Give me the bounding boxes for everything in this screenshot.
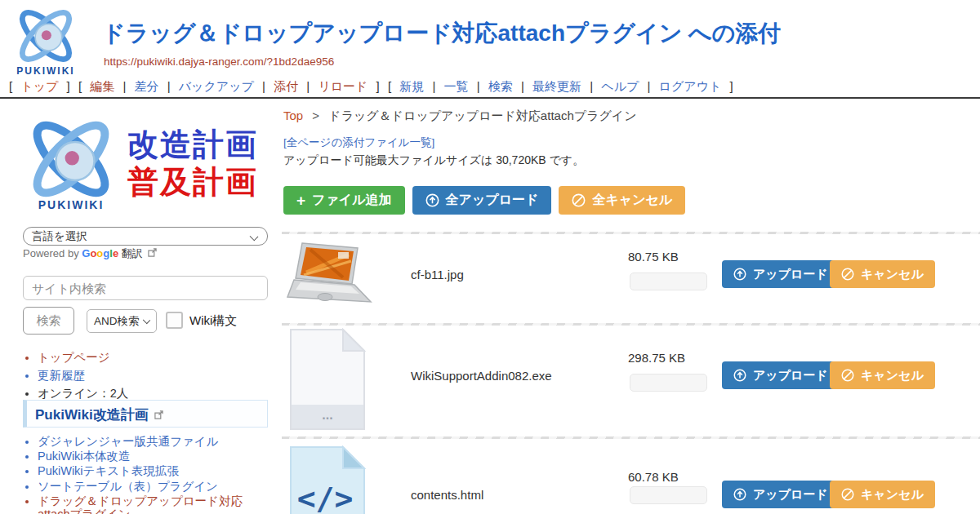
nav-link-list[interactable]: 一覧 bbox=[444, 79, 469, 93]
external-link-icon bbox=[154, 408, 163, 423]
nav-link-new[interactable]: 新規 bbox=[399, 79, 424, 93]
breadcrumb-separator: > bbox=[312, 109, 319, 122]
file-size: 298.75 KB bbox=[628, 351, 685, 365]
code-glyph: </> bbox=[297, 481, 354, 514]
pukiwiki-attach-page: PUKIWIKI ドラッグ＆ドロップアップロード対応attachプラグイン への… bbox=[0, 0, 980, 514]
nav-separator: | bbox=[306, 79, 310, 93]
atom-logo-icon bbox=[11, 7, 81, 65]
external-link-icon bbox=[148, 247, 157, 259]
file-name: contents.html bbox=[411, 488, 483, 502]
nav-link-help[interactable]: ヘルプ bbox=[601, 79, 639, 93]
search-mode-value: AND検索 bbox=[94, 315, 140, 327]
page-url-link[interactable]: https://pukiwiki.dajya-ranger.com/?1bd2d… bbox=[104, 55, 334, 68]
code-file-icon: </> bbox=[287, 445, 368, 514]
nav-bracket: [ bbox=[78, 79, 82, 93]
add-files-label: ファイル追加 bbox=[312, 192, 392, 209]
nav-link-edit[interactable]: 編集 bbox=[90, 79, 114, 93]
nav-link-recent[interactable]: 最終更新 bbox=[532, 79, 581, 93]
upload-circle-icon bbox=[733, 268, 746, 281]
nav-separator: | bbox=[262, 79, 265, 93]
language-select-value: 言語を選択 bbox=[32, 230, 87, 242]
row-divider bbox=[282, 436, 980, 439]
cancel-circle-icon bbox=[841, 268, 854, 281]
all-pages-attachments-link[interactable]: [全ページの添付ファイル一覧] bbox=[283, 135, 434, 150]
row-divider bbox=[282, 323, 980, 326]
search-mode-select[interactable]: AND検索 bbox=[87, 309, 157, 333]
breadcrumb: Top > ドラッグ＆ドロップアップロード対応attachプラグイン bbox=[283, 109, 637, 124]
cancel-file-button[interactable]: キャンセル bbox=[830, 481, 935, 508]
sidebar-logo[interactable]: PUKIWIKI 改造計画 普及計画 bbox=[15, 114, 274, 214]
chevron-down-icon bbox=[143, 317, 150, 324]
file-size: 80.75 KB bbox=[628, 250, 679, 264]
max-upload-size-text: アップロード可能最大ファイルサイズは 30,720KB です。 bbox=[283, 153, 584, 168]
pukiwiki-logo[interactable]: PUKIWIKI bbox=[7, 7, 85, 78]
sidebar-item-dnd-attach-plugin[interactable]: ドラッグ＆ドロップアップロード対応attachプラグイン bbox=[38, 494, 271, 514]
search-input[interactable] bbox=[23, 276, 268, 300]
dropzone-divider bbox=[282, 232, 980, 234]
sidebar-menu-links: ダジャレンジャー版共通ファイル PukiWiki本体改造 PukiWikiテキス… bbox=[24, 435, 271, 514]
breadcrumb-top-link[interactable]: Top bbox=[283, 109, 303, 122]
upload-label: アップロード bbox=[753, 267, 828, 282]
cancel-circle-icon bbox=[841, 488, 854, 501]
google-translate-credit[interactable]: Powered by Google 翻訳 bbox=[23, 246, 157, 261]
sidebar-item-common-files[interactable]: ダジャレンジャー版共通ファイル bbox=[38, 435, 271, 448]
page-title: ドラッグ＆ドロップアップロード対応attachプラグイン への添付 bbox=[102, 18, 781, 49]
nav-bracket: ] bbox=[730, 79, 733, 93]
nav-link-top[interactable]: トップ bbox=[20, 79, 58, 93]
sidebar-menu-heading[interactable]: PukiWiki改造計画 bbox=[23, 400, 268, 428]
sidebar-item-text-extension[interactable]: PukiWikiテキスト表現拡張 bbox=[38, 464, 271, 477]
pukiwiki-logo-text: PUKIWIKI bbox=[7, 65, 85, 77]
nav-link-attach[interactable]: 添付 bbox=[274, 79, 298, 93]
cancel-all-button[interactable]: 全キャンセル bbox=[559, 186, 685, 215]
upload-circle-icon bbox=[733, 488, 746, 501]
sidebar-item-sort-table-plugin[interactable]: ソートテーブル（表）プラグイン bbox=[38, 480, 271, 493]
cancel-file-button[interactable]: キャンセル bbox=[830, 260, 935, 288]
upload-file-button[interactable]: アップロード bbox=[722, 481, 840, 508]
upload-label: アップロード bbox=[753, 487, 828, 503]
upload-circle-icon bbox=[733, 369, 746, 382]
sidebar-item-update-history[interactable]: 更新履歴 bbox=[38, 368, 128, 383]
translate-label: 翻訳 bbox=[122, 247, 143, 259]
file-name: cf-b11.jpg bbox=[411, 268, 464, 281]
nav-separator: | bbox=[477, 79, 480, 93]
nav-bracket: [ bbox=[388, 79, 391, 93]
cancel-circle-icon bbox=[841, 369, 854, 382]
file-icon-dots: ... bbox=[322, 408, 332, 422]
upload-progress-bar bbox=[630, 486, 707, 504]
nav-separator: | bbox=[590, 79, 593, 93]
upload-circle-icon bbox=[425, 193, 439, 207]
breadcrumb-current-page: ドラッグ＆ドロップアップロード対応attachプラグイン bbox=[328, 109, 636, 122]
cancel-file-button[interactable]: キャンセル bbox=[830, 361, 935, 389]
upload-progress-bar bbox=[630, 273, 707, 290]
top-navigation: [ トップ ] [ 編集 | 差分 | バックアップ | 添付 | リロード ]… bbox=[7, 79, 736, 95]
upload-all-button[interactable]: 全アップロード bbox=[412, 186, 552, 215]
google-logo-letter: G bbox=[82, 247, 90, 259]
nav-link-search[interactable]: 検索 bbox=[488, 79, 513, 93]
nav-link-diff[interactable]: 差分 bbox=[135, 79, 159, 93]
upload-file-button[interactable]: アップロード bbox=[722, 260, 840, 288]
atom-logo-icon bbox=[19, 117, 123, 202]
chevron-down-icon bbox=[250, 233, 259, 241]
nav-link-backup[interactable]: バックアップ bbox=[179, 79, 254, 93]
upload-progress-bar bbox=[630, 374, 707, 392]
slogan-line-2: 普及計画 bbox=[127, 164, 274, 202]
sidebar-item-core-mod[interactable]: PukiWiki本体改造 bbox=[38, 450, 271, 463]
nav-link-logout[interactable]: ログアウト bbox=[659, 79, 722, 93]
nav-separator: | bbox=[432, 79, 435, 93]
nav-link-reload[interactable]: リロード bbox=[318, 79, 368, 93]
nav-bracket: ] bbox=[67, 79, 70, 93]
wiki-syntax-checkbox[interactable] bbox=[166, 312, 183, 329]
generic-file-icon: ... bbox=[287, 328, 368, 434]
nav-bracket: [ bbox=[9, 79, 12, 93]
cancel-all-label: 全キャンセル bbox=[592, 192, 672, 209]
sidebar-item-top-page[interactable]: トップページ bbox=[38, 350, 128, 366]
add-files-button[interactable]: + ファイル追加 bbox=[283, 186, 405, 215]
sidebar-quick-links: トップページ 更新履歴 オンライン：2人 bbox=[24, 350, 128, 404]
sidebar-menu-heading-label: PukiWiki改造計画 bbox=[35, 407, 149, 423]
cancel-label: キャンセル bbox=[861, 267, 924, 282]
wiki-syntax-label: Wiki構文 bbox=[189, 313, 237, 329]
language-select[interactable]: 言語を選択 bbox=[23, 227, 268, 246]
slogan-line-1: 改造計画 bbox=[127, 126, 274, 164]
search-button[interactable]: 検索 bbox=[23, 307, 74, 335]
upload-file-button[interactable]: アップロード bbox=[722, 361, 840, 389]
